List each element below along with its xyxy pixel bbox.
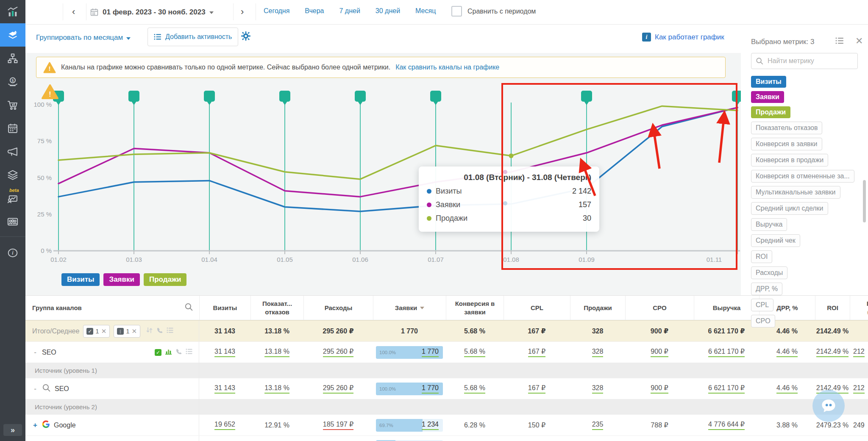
collapse-toggle[interactable]: - bbox=[32, 385, 38, 393]
sidebar-item-marketing[interactable] bbox=[0, 140, 25, 163]
legend-button-Заявки[interactable]: Заявки bbox=[103, 273, 139, 286]
legend-button-Продажи[interactable]: Продажи bbox=[144, 273, 187, 286]
compare-channels-link[interactable]: Как сравнить каналы на графике bbox=[395, 64, 499, 71]
metric-chip[interactable]: CPL bbox=[751, 299, 773, 311]
quick-link-0[interactable]: Сегодня bbox=[264, 7, 289, 15]
column-header[interactable]: Визиты bbox=[199, 296, 250, 320]
metric-search-box[interactable] bbox=[751, 53, 858, 69]
sidebar-item-layers[interactable] bbox=[0, 163, 25, 186]
chart-icon[interactable] bbox=[165, 348, 172, 356]
metric-search-input[interactable] bbox=[767, 57, 849, 65]
list-icon[interactable] bbox=[186, 348, 193, 356]
channel-label[interactable]: SEO bbox=[42, 349, 56, 356]
sort-icon[interactable] bbox=[146, 327, 153, 336]
column-header[interactable]: Конверсия в заявки bbox=[446, 296, 504, 320]
sidebar-item-analytics[interactable] bbox=[0, 0, 25, 23]
group-by-dropdown[interactable]: Группировать по месяцам bbox=[36, 33, 131, 42]
sidebar-expand-button[interactable]: » bbox=[3, 424, 22, 436]
cell-value[interactable]: 295 260 ₽ bbox=[323, 347, 353, 357]
column-header[interactable]: Расходы bbox=[303, 296, 373, 320]
cell-value[interactable]: 1 234 bbox=[422, 421, 439, 430]
column-header[interactable]: Продажи bbox=[570, 296, 625, 320]
cell-value[interactable]: 900 ₽ bbox=[651, 384, 668, 394]
metric-chip-selected[interactable]: Визиты bbox=[751, 76, 786, 88]
cell-value[interactable]: 235 bbox=[592, 421, 604, 430]
metric-chip[interactable]: Расходы bbox=[751, 266, 787, 279]
cell-value[interactable]: 328 bbox=[592, 348, 604, 357]
metric-chip-selected[interactable]: Заявки bbox=[751, 91, 784, 103]
quick-link-1[interactable]: Вчера bbox=[305, 7, 324, 15]
cell-value[interactable]: 13.18 % bbox=[264, 384, 289, 394]
list-icon[interactable] bbox=[167, 327, 174, 335]
cell-value[interactable]: 167 ₽ bbox=[528, 384, 545, 394]
sidebar-item-integrations[interactable] bbox=[0, 23, 25, 47]
phone-icon[interactable] bbox=[156, 327, 163, 336]
sidebar-item-orders[interactable] bbox=[0, 93, 25, 116]
date-range-button[interactable]: 01 февр. 2023 - 30 нояб. 2023 bbox=[90, 4, 230, 20]
cell-value[interactable]: 212 bbox=[853, 384, 865, 394]
metric-chip[interactable]: ДРР, % bbox=[751, 283, 782, 295]
search-icon[interactable] bbox=[184, 302, 199, 313]
cell-value[interactable]: 31 143 bbox=[214, 348, 235, 357]
column-header[interactable]: Выручка bbox=[694, 296, 759, 320]
panel-scrollbar[interactable] bbox=[863, 180, 866, 222]
quick-link-2[interactable]: 7 дней bbox=[339, 7, 360, 15]
cell-value[interactable]: 1 770 bbox=[422, 384, 439, 394]
column-header[interactable]: Показат... отказов bbox=[250, 296, 303, 320]
metric-chip[interactable]: Мультиканальные заявки bbox=[751, 186, 840, 199]
cell-value[interactable]: 328 bbox=[592, 384, 604, 394]
metric-chip-selected[interactable]: Продажи bbox=[751, 106, 790, 118]
chart-settings-button[interactable] bbox=[241, 31, 251, 43]
add-activity-button[interactable]: Добавить активность bbox=[147, 28, 238, 46]
cell-value[interactable]: 5.68 % bbox=[464, 384, 485, 394]
close-icon[interactable]: ✕ bbox=[855, 36, 863, 47]
legend-button-Визиты[interactable]: Визиты bbox=[61, 273, 100, 286]
cell-value[interactable]: 2142.49 % bbox=[816, 348, 849, 357]
support-chat-button[interactable] bbox=[812, 390, 845, 422]
quick-link-3[interactable]: 30 дней bbox=[376, 7, 400, 15]
sidebar-item-info[interactable]: i bbox=[0, 241, 25, 264]
cell-value[interactable]: 900 ₽ bbox=[651, 347, 668, 357]
metric-chip[interactable]: Конверсия в продажи bbox=[751, 154, 828, 166]
sidebar-item-finance[interactable]: $ bbox=[0, 70, 25, 93]
filter-chip[interactable]: 1 ✕ bbox=[114, 325, 140, 338]
collapse-toggle[interactable]: - bbox=[32, 348, 38, 357]
how-chart-works-link[interactable]: i Как работает график bbox=[642, 33, 724, 42]
metric-chip[interactable]: ROI bbox=[751, 250, 772, 263]
cell-value[interactable]: 19 652 bbox=[214, 421, 235, 430]
column-header[interactable]: CPL bbox=[504, 296, 570, 320]
next-period-button[interactable]: › bbox=[241, 6, 244, 18]
cell-value[interactable]: 212 bbox=[853, 348, 865, 357]
metric-chip[interactable]: Конверсия в заявки bbox=[751, 138, 822, 150]
cell-value[interactable]: 167 ₽ bbox=[528, 347, 545, 357]
checkbox-checked-icon[interactable]: ✓ bbox=[155, 349, 161, 356]
filter-chip[interactable]: ✓ 1 ✕ bbox=[83, 325, 110, 338]
channel-label[interactable]: SEO bbox=[55, 385, 69, 393]
sidebar-item-reports-beta[interactable]: beta bbox=[0, 186, 25, 210]
cell-value[interactable]: 6 621 170 ₽ bbox=[708, 347, 745, 357]
compare-period-checkbox[interactable]: Сравнить с периодом bbox=[451, 6, 536, 17]
metrics-list-view-button[interactable] bbox=[835, 37, 844, 46]
cell-value[interactable]: 295 260 ₽ bbox=[323, 384, 353, 394]
close-icon[interactable]: ✕ bbox=[101, 327, 107, 335]
close-icon[interactable]: ✕ bbox=[132, 327, 137, 335]
cell-value[interactable]: 4 776 644 ₽ bbox=[708, 420, 745, 430]
channel-label[interactable]: Итого/Среднее bbox=[32, 327, 79, 335]
cell-value[interactable]: 4.46 % bbox=[776, 384, 798, 394]
sidebar-item-audience[interactable] bbox=[0, 210, 25, 233]
metric-chip[interactable]: Средний чек bbox=[751, 234, 800, 247]
metric-chip[interactable]: Выручка bbox=[751, 218, 787, 231]
cell-value[interactable]: 31 143 bbox=[214, 384, 235, 394]
cell-value[interactable]: 6 621 170 ₽ bbox=[708, 384, 745, 394]
cell-value[interactable]: 1 770 bbox=[422, 348, 439, 357]
metric-chip[interactable]: Показатель отказов bbox=[751, 122, 822, 134]
metric-chip[interactable]: Средний цикл сделки bbox=[751, 202, 828, 215]
sidebar-item-calendar[interactable] bbox=[0, 116, 25, 140]
quick-link-4[interactable]: Месяц bbox=[415, 7, 436, 15]
channel-label[interactable]: Google bbox=[54, 422, 76, 429]
cell-value[interactable]: 13.18 % bbox=[264, 348, 289, 357]
cell-value[interactable]: 5.68 % bbox=[464, 348, 485, 357]
phone-icon[interactable] bbox=[175, 348, 182, 357]
column-header[interactable]: Заявки bbox=[373, 296, 446, 320]
metric-chip[interactable]: Конверсия в отмененные за... bbox=[751, 170, 854, 183]
